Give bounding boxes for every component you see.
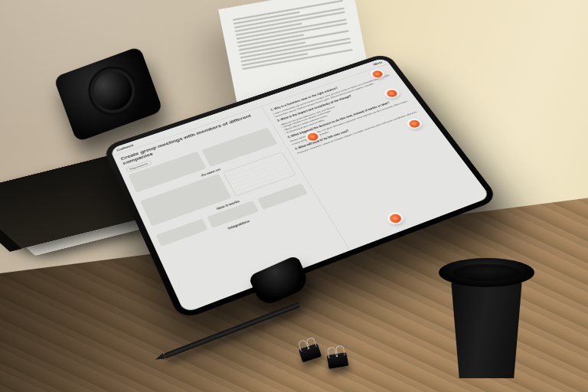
section-heading: How it works xyxy=(153,178,300,233)
section-heading: Integrations xyxy=(163,197,312,253)
nav-menu[interactable]: Menu xyxy=(373,60,383,66)
coffee-cup xyxy=(439,252,534,378)
media-placeholder xyxy=(140,174,231,226)
card-placeholder xyxy=(156,218,208,247)
card-placeholder xyxy=(207,201,259,228)
card-placeholder xyxy=(257,183,308,210)
annotation-pin[interactable] xyxy=(388,213,403,224)
desk-scene-photo: RUTKA Craftwork Menu Create group meetin… xyxy=(0,0,588,392)
